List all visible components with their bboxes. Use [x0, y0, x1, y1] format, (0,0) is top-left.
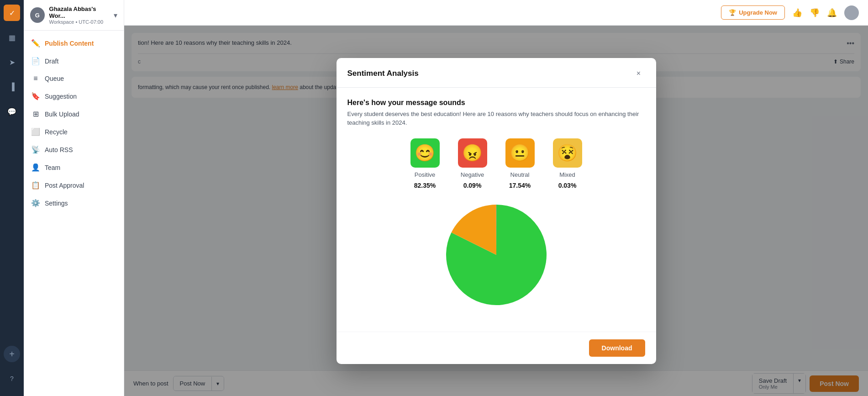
sentiment-analysis-modal: Sentiment Analysis × Here's how your mes… [337, 58, 656, 364]
nav-label: Publish Content [45, 40, 94, 47]
comment-icon[interactable]: 💬 [4, 103, 20, 120]
modal-overlay: Sentiment Analysis × Here's how your mes… [124, 26, 868, 396]
modal-subtitle: Here's how your message sounds [347, 99, 645, 107]
sidebar: G Ghazala Abbas's Wor... Workspace • UTC… [24, 0, 124, 396]
main-area: 🏆 Upgrade Now 👍 👎 🔔 tion! Here are 10 re… [124, 0, 868, 396]
modal-message: Every student deserves the best educatio… [347, 110, 645, 127]
sidebar-item-suggestion[interactable]: 🔖Suggestion [24, 87, 124, 105]
workspace-info: Ghazala Abbas's Wor... Workspace • UTC-0… [49, 5, 109, 25]
sidebar-item-publish-content[interactable]: ✏️Publish Content [24, 34, 124, 52]
workspace-sub: Workspace • UTC-07:00 [49, 19, 109, 25]
thumbs-down-icon[interactable]: 👎 [810, 8, 820, 18]
chart-icon[interactable]: ▐ [4, 79, 20, 95]
nav-label: Recycle [45, 128, 68, 136]
workspace-name: Ghazala Abbas's Wor... [49, 5, 109, 19]
nav-icon: ⚙️ [31, 199, 40, 207]
sentiment-emoji-neutral: 😐 [505, 138, 535, 168]
sentiment-emoji-positive: 😊 [410, 138, 440, 168]
modal-body: Here's how your message sounds Every stu… [337, 88, 656, 332]
sentiment-value-positive: 82.35% [414, 182, 436, 189]
thumbs-up-icon[interactable]: 👍 [792, 8, 802, 18]
sentiment-emoji-mixed: 😵 [553, 138, 582, 168]
sentiment-item-neutral: 😐 Neutral 17.54% [505, 138, 535, 189]
sidebar-item-draft[interactable]: 📄Draft [24, 52, 124, 70]
pie-chart-container [347, 200, 645, 310]
icon-bar: ✓ ▦ ➤ ▐ 💬 + ? [0, 0, 24, 396]
sentiment-label-positive: Positive [415, 171, 436, 178]
nav-icon: 📄 [31, 57, 40, 65]
sidebar-item-recycle[interactable]: ⬜Recycle [24, 123, 124, 141]
download-button[interactable]: Download [589, 339, 645, 357]
sentiment-emoji-negative: 😠 [458, 138, 487, 168]
nav-icon: 👤 [31, 163, 40, 172]
notification-icon[interactable]: 🔔 [827, 8, 837, 18]
sidebar-nav: ✏️Publish Content📄Draft≡Queue🔖Suggestion… [24, 31, 124, 396]
upgrade-button[interactable]: 🏆 Upgrade Now [721, 5, 785, 20]
trophy-icon: 🏆 [729, 9, 736, 16]
sentiment-label-neutral: Neutral [510, 171, 530, 178]
nav-label: Auto RSS [45, 146, 73, 153]
nav-icon: ✏️ [31, 39, 40, 48]
sentiment-item-positive: 😊 Positive 82.35% [410, 138, 440, 189]
nav-icon: 📡 [31, 145, 40, 154]
workspace-avatar: G [30, 7, 45, 23]
sidebar-item-bulk-upload[interactable]: ⊞Bulk Upload [24, 105, 124, 123]
pie-chart [442, 200, 551, 310]
sentiment-value-neutral: 17.54% [509, 182, 531, 189]
sentiment-label-mixed: Mixed [559, 171, 575, 178]
sentiment-row: 😊 Positive 82.35% 😠 Negative 0.09% 😐 Neu… [347, 138, 645, 189]
nav-label: Queue [45, 75, 64, 82]
nav-label: Post Approval [45, 182, 84, 189]
modal-footer: Download [337, 332, 656, 364]
modal-title: Sentiment Analysis [347, 69, 419, 78]
nav-icon: ⬜ [31, 127, 40, 136]
paper-plane-icon[interactable]: ➤ [4, 54, 20, 70]
check-icon[interactable]: ✓ [4, 5, 20, 21]
nav-icon: 📋 [31, 181, 40, 190]
plus-icon[interactable]: + [4, 346, 20, 362]
sentiment-value-negative: 0.09% [463, 182, 482, 189]
sidebar-item-queue[interactable]: ≡Queue [24, 70, 124, 87]
calendar-icon[interactable]: ▦ [4, 29, 20, 46]
sentiment-item-mixed: 😵 Mixed 0.03% [553, 138, 582, 189]
modal-close-button[interactable]: × [632, 67, 645, 80]
topbar: 🏆 Upgrade Now 👍 👎 🔔 [124, 0, 868, 26]
nav-label: Suggestion [45, 93, 77, 100]
nav-icon: ≡ [31, 74, 40, 83]
sidebar-item-auto-rss[interactable]: 📡Auto RSS [24, 141, 124, 158]
sidebar-item-settings[interactable]: ⚙️Settings [24, 194, 124, 212]
nav-icon: 🔖 [31, 92, 40, 100]
nav-icon: ⊞ [31, 110, 40, 118]
nav-label: Team [45, 164, 60, 171]
sentiment-value-mixed: 0.03% [558, 182, 577, 189]
sidebar-item-post-approval[interactable]: 📋Post Approval [24, 176, 124, 194]
sentiment-label-negative: Negative [461, 171, 484, 178]
modal-header: Sentiment Analysis × [337, 58, 656, 88]
workspace-chevron[interactable]: ▾ [114, 11, 117, 20]
sidebar-item-team[interactable]: 👤Team [24, 158, 124, 176]
nav-label: Settings [45, 200, 68, 207]
content-body: tion! Here are 10 reasons why their teac… [124, 26, 868, 396]
user-avatar[interactable] [844, 5, 859, 20]
help-icon[interactable]: ? [4, 370, 20, 387]
workspace-header[interactable]: G Ghazala Abbas's Wor... Workspace • UTC… [24, 0, 124, 31]
sentiment-item-negative: 😠 Negative 0.09% [458, 138, 487, 189]
nav-label: Draft [45, 58, 58, 65]
nav-label: Bulk Upload [45, 111, 79, 118]
